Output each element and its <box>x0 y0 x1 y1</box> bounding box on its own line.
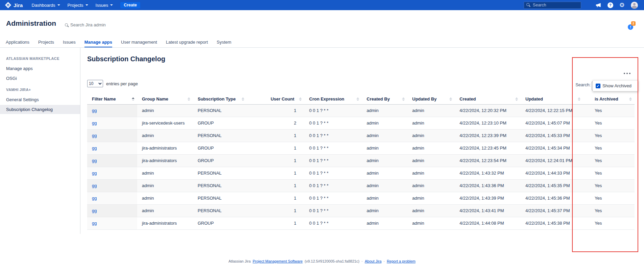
cell-cron-expression: 0 0 1 ? * * <box>304 104 362 117</box>
sidebar-section-heading: ATLASSIAN MARKETPLACE <box>0 57 80 61</box>
nav-menu-projects[interactable]: Projects <box>68 3 88 8</box>
tab-applications[interactable]: Applications <box>6 38 29 47</box>
filter-name-link[interactable]: gg <box>92 196 97 201</box>
sort-arrows-icon <box>449 97 452 101</box>
column-header-user-count[interactable]: User Count <box>247 94 304 104</box>
filter-name-link[interactable]: gg <box>92 120 97 126</box>
filter-name-link[interactable]: gg <box>92 183 97 188</box>
cell-is-archived: Yes <box>583 217 635 229</box>
column-header-filter-name[interactable]: Filter Name <box>87 94 137 104</box>
cell-updated: 4/22/2024, 1:45:35 PM <box>521 179 583 192</box>
more-options-button[interactable] <box>620 70 634 77</box>
cell-cron-expression: 0 0 1 ? * * <box>304 154 362 167</box>
cell-cron-expression: 0 0 1 ? * * <box>304 192 362 204</box>
column-header-subscription-type[interactable]: Subscription Type <box>193 94 247 104</box>
cell-created: 4/22/2024, 1:43:32 PM <box>455 167 521 179</box>
cell-created-by: admin <box>362 204 407 217</box>
cell-filter-name: gg <box>87 129 137 142</box>
cell-updated: 4/22/2024, 1:45:07 PM <box>521 117 583 129</box>
footer-text-part: · <box>362 259 363 263</box>
logo-text: Jira <box>14 2 23 8</box>
column-header-is-archived[interactable]: is Archived <box>583 94 635 104</box>
cell-group-name: jira-administrators <box>137 154 193 167</box>
cell-updated-by: admin <box>407 142 455 154</box>
cell-created-by: admin <box>362 117 407 129</box>
cell-group-name: admin <box>137 192 193 204</box>
user-avatar[interactable] <box>631 2 638 9</box>
cell-created-by: admin <box>362 192 407 204</box>
cell-updated-by: admin <box>407 154 455 167</box>
sidebar-item-osgi[interactable]: OSGi <box>0 74 80 83</box>
footer-link-project-management-software[interactable]: Project Management Software <box>253 259 303 263</box>
footer-link-about-jira[interactable]: About Jira <box>365 259 381 263</box>
cell-cron-expression: 0 0 1 ? * * <box>304 217 362 229</box>
cell-filter-name: gg <box>87 192 137 204</box>
cell-updated-by: admin <box>407 129 455 142</box>
cell-subscription-type: PERSONAL <box>193 204 247 217</box>
sort-arrows-icon <box>188 97 190 101</box>
filter-name-link[interactable]: gg <box>92 108 97 113</box>
gear-icon[interactable]: ⚙ <box>619 2 625 8</box>
tab-projects[interactable]: Projects <box>38 38 54 47</box>
tab-manage-apps[interactable]: Manage apps <box>84 38 112 47</box>
filter-name-link[interactable]: gg <box>92 171 97 176</box>
cell-updated: 4/22/2024, 1:44:33 PM <box>521 167 583 179</box>
show-archived-dropdown[interactable]: Show Archived <box>593 80 638 91</box>
tab-user-management[interactable]: User management <box>121 38 157 47</box>
tab-latest-upgrade-report[interactable]: Latest upgrade report <box>166 38 208 47</box>
tab-issues[interactable]: Issues <box>63 38 76 47</box>
sidebar-item-subscription-changelog[interactable]: Subscription Changelog <box>0 105 80 114</box>
column-header-updated-by[interactable]: Updated By <box>407 94 455 104</box>
tab-system[interactable]: System <box>217 38 231 47</box>
cell-user-count: 1 <box>247 204 304 217</box>
jira-logo[interactable]: Jira <box>5 2 23 8</box>
cell-created: 4/22/2024, 1:43:41 PM <box>455 204 521 217</box>
filter-name-link[interactable]: gg <box>92 133 97 138</box>
nav-menu-issues[interactable]: Issues <box>96 3 113 8</box>
cell-subscription-type: PERSONAL <box>193 167 247 179</box>
footer-link-report-a-problem[interactable]: Report a problem <box>387 259 416 263</box>
filter-name-link[interactable]: gg <box>92 221 97 226</box>
filter-name-link[interactable]: gg <box>92 158 97 163</box>
megaphone-icon[interactable] <box>595 2 601 8</box>
notification-indicator[interactable]: ! 2 <box>627 21 639 31</box>
tabs: ApplicationsProjectsIssuesManage appsUse… <box>0 38 644 48</box>
column-header-cron-expression[interactable]: Cron Expression <box>304 94 362 104</box>
column-header-group-name[interactable]: Group Name <box>137 94 193 104</box>
entries-per-page-select[interactable]: 10 <box>87 80 103 87</box>
cell-updated-by: admin <box>407 192 455 204</box>
table-header-row: Filter NameGroup NameSubscription TypeUs… <box>87 94 635 104</box>
column-header-updated[interactable]: Updated <box>521 94 583 104</box>
page-button-last[interactable]: » <box>0 234 635 269</box>
sidebar-item-general-settings[interactable]: General Settings <box>0 95 80 104</box>
column-header-created[interactable]: Created <box>455 94 521 104</box>
jira-logo-icon <box>5 2 11 8</box>
section-title: Subscription Changelog <box>87 55 165 63</box>
table-row: ggadminPERSONAL10 0 1 ? * *adminadmin4/2… <box>87 204 635 217</box>
footer: Atlassian JiraProject Management Softwar… <box>0 259 644 263</box>
nav-menu-dashboards[interactable]: Dashboards <box>32 3 60 8</box>
cell-created-by: admin <box>362 154 407 167</box>
sidebar-item-manage-apps[interactable]: Manage apps <box>0 64 80 73</box>
show-archived-label: Show Archived <box>602 83 631 88</box>
table-row: ggjira-administratorsGROUP10 0 1 ? * *ad… <box>87 154 635 167</box>
footer-text-part: (v9.12.5#9120005-sha1:fa8821c) <box>305 259 360 263</box>
create-button[interactable]: Create <box>120 2 140 8</box>
cell-subscription-type: GROUP <box>193 154 247 167</box>
cell-group-name: admin <box>137 167 193 179</box>
filter-name-link[interactable]: gg <box>92 145 97 151</box>
column-header-created-by[interactable]: Created By <box>362 94 407 104</box>
cell-created-by: admin <box>362 167 407 179</box>
admin-search[interactable]: Search Jira admin <box>65 22 106 27</box>
ellipsis-icon <box>629 73 630 74</box>
filter-name-link[interactable]: gg <box>92 208 97 213</box>
checkbox-checked-icon[interactable] <box>596 84 600 88</box>
navbar-search-input[interactable] <box>524 2 581 9</box>
cell-subscription-type: PERSONAL <box>193 129 247 142</box>
sidebar-section-heading: VAMHI JIRA+ <box>0 88 80 92</box>
cell-created: 4/22/2024, 12:23:10 PM <box>455 117 521 129</box>
cell-user-count: 1 <box>247 192 304 204</box>
table-row: ggadminPERSONAL10 0 1 ? * *adminadmin4/2… <box>87 167 635 179</box>
help-icon[interactable]: ? <box>608 2 613 8</box>
cell-updated-by: admin <box>407 104 455 117</box>
